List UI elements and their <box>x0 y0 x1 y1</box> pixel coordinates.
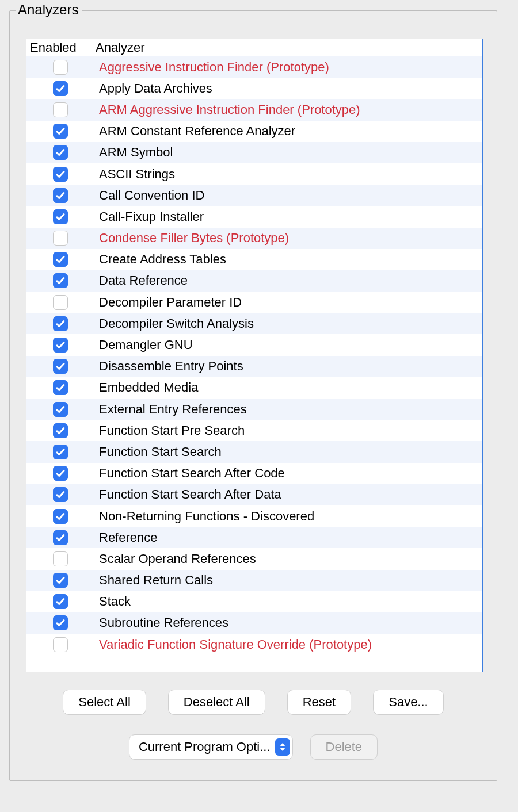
enabled-checkbox[interactable] <box>53 273 68 288</box>
enabled-checkbox[interactable] <box>53 295 68 310</box>
table-row[interactable]: ARM Symbol <box>26 142 482 163</box>
enabled-checkbox[interactable] <box>53 423 68 438</box>
table-row[interactable]: Reference <box>26 527 482 548</box>
table-row[interactable]: Non-Returning Functions - Discovered <box>26 505 482 527</box>
select-all-button[interactable]: Select All <box>63 690 146 715</box>
enabled-checkbox[interactable] <box>53 359 68 374</box>
enabled-checkbox[interactable] <box>53 60 68 75</box>
enabled-cell <box>26 445 94 459</box>
table-row[interactable]: Disassemble Entry Points <box>26 356 482 377</box>
enabled-cell <box>26 423 94 438</box>
analyzer-name: Create Address Tables <box>94 252 482 267</box>
column-header-analyzer[interactable]: Analyzer <box>94 40 482 55</box>
analyzer-name: Subroutine References <box>94 615 482 630</box>
analyzer-name: Function Start Search <box>94 445 482 459</box>
save-button[interactable]: Save... <box>373 690 443 715</box>
options-row: Current Program Opti... Delete <box>10 734 497 760</box>
enabled-cell <box>26 60 94 75</box>
enabled-checkbox[interactable] <box>53 252 68 267</box>
table-row[interactable]: Function Start Pre Search <box>26 420 482 441</box>
enabled-checkbox[interactable] <box>53 81 68 96</box>
analyzer-name: ARM Symbol <box>94 145 482 160</box>
table-row[interactable]: Condense Filler Bytes (Prototype) <box>26 228 482 249</box>
enabled-cell <box>26 359 94 374</box>
analyzer-name: ARM Constant Reference Analyzer <box>94 124 482 139</box>
table-row[interactable]: Variadic Function Signature Override (Pr… <box>26 634 482 655</box>
enabled-checkbox[interactable] <box>53 338 68 353</box>
table-row[interactable]: Stack <box>26 591 482 612</box>
enabled-cell <box>26 231 94 246</box>
enabled-checkbox[interactable] <box>53 637 68 652</box>
enabled-cell <box>26 551 94 566</box>
analyzer-name: Non-Returning Functions - Discovered <box>94 509 482 524</box>
column-header-enabled[interactable]: Enabled <box>26 40 94 55</box>
enabled-checkbox[interactable] <box>53 594 68 609</box>
table-row[interactable]: Subroutine References <box>26 612 482 634</box>
enabled-checkbox[interactable] <box>53 231 68 246</box>
table-row[interactable]: ARM Constant Reference Analyzer <box>26 121 482 142</box>
table-row[interactable]: Function Start Search <box>26 441 482 462</box>
enabled-checkbox[interactable] <box>53 316 68 331</box>
enabled-cell <box>26 102 94 117</box>
enabled-cell <box>26 338 94 353</box>
enabled-checkbox[interactable] <box>53 509 68 524</box>
analyzer-name: Apply Data Archives <box>94 81 482 96</box>
analyzer-name: ASCII Strings <box>94 167 482 182</box>
reset-button[interactable]: Reset <box>287 690 351 715</box>
table-header: Enabled Analyzer <box>26 39 482 56</box>
enabled-checkbox[interactable] <box>53 487 68 502</box>
table-row[interactable]: Function Start Search After Code <box>26 463 482 484</box>
enabled-checkbox[interactable] <box>53 167 68 182</box>
enabled-checkbox[interactable] <box>53 402 68 417</box>
enabled-checkbox[interactable] <box>53 530 68 545</box>
analyzers-panel: Analyzers Enabled Analyzer Aggressive In… <box>9 10 497 781</box>
enabled-cell <box>26 316 94 331</box>
table-row[interactable]: Demangler GNU <box>26 334 482 355</box>
table-row[interactable]: Apply Data Archives <box>26 78 482 99</box>
analyzer-name: Data Reference <box>94 273 482 288</box>
analyzer-name: Function Start Search After Data <box>94 487 482 502</box>
enabled-cell <box>26 594 94 609</box>
enabled-cell <box>26 530 94 545</box>
enabled-checkbox[interactable] <box>53 102 68 117</box>
enabled-cell <box>26 466 94 481</box>
enabled-checkbox[interactable] <box>53 209 68 224</box>
table-row[interactable]: Call Convention ID <box>26 185 482 206</box>
enabled-cell <box>26 380 94 395</box>
enabled-cell <box>26 188 94 203</box>
table-row[interactable]: Shared Return Calls <box>26 570 482 591</box>
enabled-cell <box>26 252 94 267</box>
analyzer-name: Decompiler Switch Analysis <box>94 316 482 331</box>
enabled-checkbox[interactable] <box>53 573 68 588</box>
table-row[interactable]: Create Address Tables <box>26 249 482 270</box>
table-row[interactable]: Scalar Operand References <box>26 548 482 569</box>
enabled-checkbox[interactable] <box>53 445 68 459</box>
table-row[interactable]: Call-Fixup Installer <box>26 206 482 227</box>
enabled-checkbox[interactable] <box>53 124 68 139</box>
deselect-all-button[interactable]: Deselect All <box>168 690 265 715</box>
enabled-checkbox[interactable] <box>53 615 68 630</box>
enabled-checkbox[interactable] <box>53 145 68 160</box>
table-row[interactable]: Embedded Media <box>26 377 482 399</box>
table-row[interactable]: Decompiler Parameter ID <box>26 292 482 313</box>
delete-button[interactable]: Delete <box>310 734 378 760</box>
table-row[interactable]: ARM Aggressive Instruction Finder (Proto… <box>26 99 482 120</box>
analyzer-name: Condense Filler Bytes (Prototype) <box>94 231 482 246</box>
enabled-checkbox[interactable] <box>53 466 68 481</box>
enabled-checkbox[interactable] <box>53 188 68 203</box>
table-row[interactable]: ASCII Strings <box>26 163 482 185</box>
enabled-cell <box>26 295 94 310</box>
updown-icon <box>275 738 290 756</box>
table-row[interactable]: Function Start Search After Data <box>26 484 482 505</box>
enabled-checkbox[interactable] <box>53 380 68 395</box>
analyzer-name: Call-Fixup Installer <box>94 209 482 224</box>
table-row[interactable]: External Entry References <box>26 399 482 420</box>
table-row[interactable]: Aggressive Instruction Finder (Prototype… <box>26 56 482 78</box>
analyzer-name: Function Start Pre Search <box>94 423 482 438</box>
analyzer-name: ARM Aggressive Instruction Finder (Proto… <box>94 102 482 117</box>
table-row[interactable]: Data Reference <box>26 270 482 292</box>
enabled-checkbox[interactable] <box>53 551 68 566</box>
options-combo[interactable]: Current Program Opti... <box>129 734 293 760</box>
enabled-cell <box>26 615 94 630</box>
table-row[interactable]: Decompiler Switch Analysis <box>26 313 482 334</box>
